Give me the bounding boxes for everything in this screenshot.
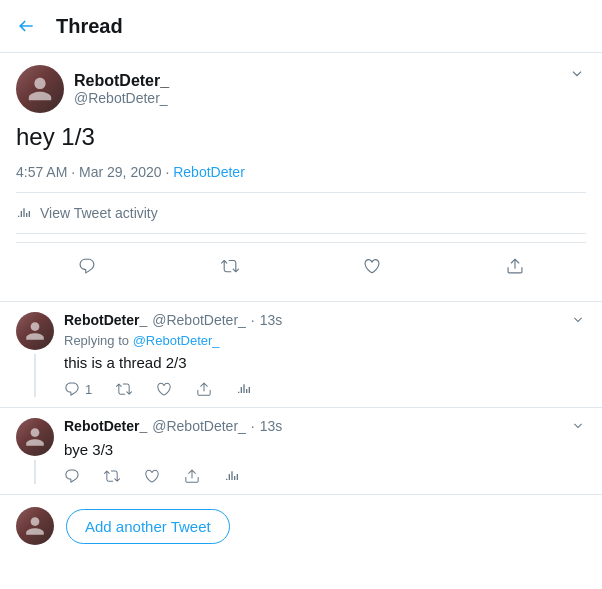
- add-tweet-avatar: [16, 507, 54, 545]
- main-tweet-user: RebotDeter_ @RebotDeter_: [16, 65, 169, 113]
- chevron-down-icon-2[interactable]: [570, 418, 586, 437]
- thread-text-2: bye 3/3: [64, 439, 586, 460]
- avatar: [16, 65, 64, 113]
- avatar-thread-2: [16, 418, 54, 456]
- thread-left-1: [16, 312, 54, 397]
- retweet-button[interactable]: [211, 251, 249, 281]
- thread-header-1: RebotDeter_ @RebotDeter_ · 13s: [64, 312, 586, 331]
- main-tweet-header: RebotDeter_ @RebotDeter_: [16, 65, 586, 113]
- screen-name: @RebotDeter_: [74, 90, 169, 106]
- thread-actions-1: 1: [64, 381, 586, 397]
- display-name: RebotDeter_: [74, 72, 169, 90]
- thread-time-val-1: 13s: [260, 312, 283, 328]
- thread-user-line-1: RebotDeter_ @RebotDeter_ · 13s: [64, 312, 282, 328]
- thread-time-1: ·: [251, 312, 255, 328]
- avatar-thread-1: [16, 312, 54, 350]
- action-bar: [16, 242, 586, 289]
- thread-like-btn-2[interactable]: [144, 468, 160, 484]
- thread-share-btn-1[interactable]: [196, 381, 212, 397]
- reply-button[interactable]: [68, 251, 106, 281]
- thread-display-name-2: RebotDeter_: [64, 418, 147, 434]
- thread-activity-btn-2[interactable]: [224, 468, 240, 484]
- thread-tweet-2: RebotDeter_ @RebotDeter_ · 13s bye 3/3: [0, 408, 602, 495]
- thread-retweet-btn-2[interactable]: [104, 468, 120, 484]
- chevron-down-icon[interactable]: [568, 65, 586, 86]
- add-tweet-row: Add another Tweet: [0, 495, 602, 557]
- thread-tweet-1: RebotDeter_ @RebotDeter_ · 13s Replying …: [0, 302, 602, 408]
- thread-header-2: RebotDeter_ @RebotDeter_ · 13s: [64, 418, 586, 437]
- thread-like-btn-1[interactable]: [156, 381, 172, 397]
- page-title: Thread: [56, 15, 123, 38]
- main-tweet-text: hey 1/3: [16, 121, 586, 152]
- thread-left-2: [16, 418, 54, 484]
- chevron-down-icon-1[interactable]: [570, 312, 586, 331]
- header: Thread: [0, 0, 602, 53]
- thread-actions-2: [64, 468, 586, 484]
- via-link[interactable]: RebotDeter: [173, 164, 245, 180]
- thread-display-name-1: RebotDeter_: [64, 312, 147, 328]
- thread-right-1: RebotDeter_ @RebotDeter_ · 13s Replying …: [64, 312, 586, 397]
- thread-reply-btn-2[interactable]: [64, 468, 80, 484]
- reply-count-1: 1: [85, 382, 92, 397]
- reply-to-1: Replying to @RebotDeter_: [64, 333, 586, 348]
- thread-activity-btn-1[interactable]: [236, 381, 252, 397]
- thread-retweet-btn-1[interactable]: [116, 381, 132, 397]
- thread-user-line-2: RebotDeter_ @RebotDeter_ · 13s: [64, 418, 282, 434]
- thread-line-2: [34, 460, 36, 484]
- share-button[interactable]: [496, 251, 534, 281]
- thread-right-2: RebotDeter_ @RebotDeter_ · 13s bye 3/3: [64, 418, 586, 484]
- like-button[interactable]: [353, 251, 391, 281]
- thread-text-1: this is a thread 2/3: [64, 352, 586, 373]
- thread-line-1: [34, 354, 36, 397]
- back-button[interactable]: [16, 16, 36, 36]
- view-tweet-activity[interactable]: View Tweet activity: [16, 192, 586, 234]
- thread-time-val-2: 13s: [260, 418, 283, 434]
- reply-to-handle-1[interactable]: @RebotDeter_: [133, 333, 220, 348]
- add-another-tweet-button[interactable]: Add another Tweet: [66, 509, 230, 544]
- main-tweet: RebotDeter_ @RebotDeter_ hey 1/3 4:57 AM…: [0, 53, 602, 302]
- tweet-meta: 4:57 AM · Mar 29, 2020 · RebotDeter: [16, 164, 586, 180]
- thread-screen-name-1: @RebotDeter_: [152, 312, 246, 328]
- thread-share-btn-2[interactable]: [184, 468, 200, 484]
- user-info: RebotDeter_ @RebotDeter_: [74, 72, 169, 106]
- thread-screen-name-2: @RebotDeter_: [152, 418, 246, 434]
- thread-reply-btn-1[interactable]: 1: [64, 381, 92, 397]
